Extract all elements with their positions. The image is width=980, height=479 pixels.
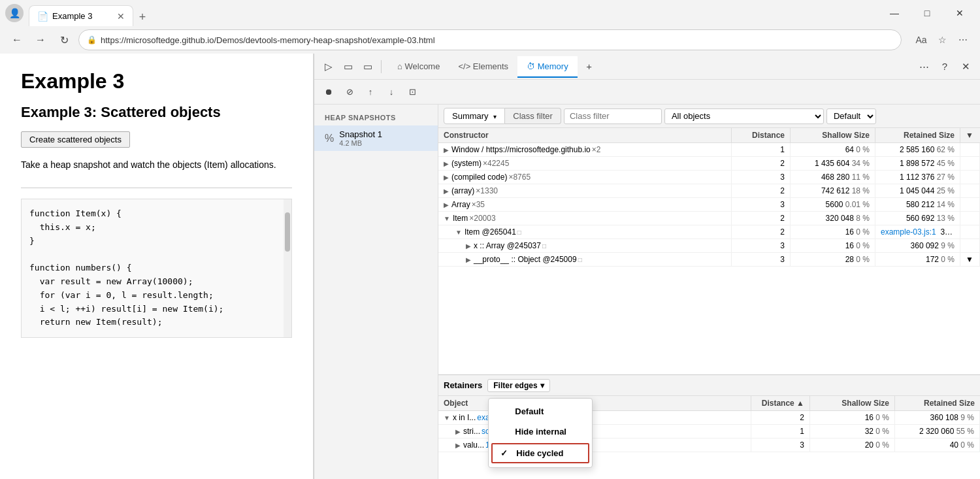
retainer-object-cell: ▶ valu... 1 @265045 — [438, 438, 751, 452]
tab-welcome[interactable]: ⌂ Welcome — [388, 56, 449, 76]
browser-tab[interactable]: 📄 Example 3 ✕ — [29, 5, 133, 26]
expand-icon[interactable]: ▶ — [444, 146, 449, 154]
retainers-section: Retainers Filter edges ▾ Default — [438, 374, 980, 479]
page-subtitle: Example 3: Scattered objects — [21, 104, 292, 121]
welcome-icon: ⌂ — [397, 61, 402, 71]
default-select[interactable]: Default — [826, 108, 876, 124]
dropdown-item-hide-cycled[interactable]: ✓ Hide cycled — [491, 443, 589, 463]
constructor-cell: ▼ Item @265041 □ — [438, 225, 732, 239]
favorites-button[interactable]: ☆ — [933, 31, 951, 49]
dropdown-item-hide-internal[interactable]: Hide internal — [489, 421, 592, 442]
tab-bar: 📄 Example 3 ✕ + — [29, 0, 874, 26]
back-button[interactable]: ← — [8, 31, 26, 49]
expand-icon[interactable]: ▶ — [444, 160, 449, 167]
record-heap-snapshot-button[interactable]: ⏺ — [319, 83, 338, 101]
source-link[interactable]: example-03.js:1 — [881, 227, 936, 237]
summary-arrow-icon: ▾ — [493, 113, 497, 120]
table-header: Constructor Distance Shallow Size Retain… — [438, 128, 980, 143]
devtools-more-button[interactable]: ⋯ — [915, 58, 933, 76]
profile-size: 4.2 MB — [339, 139, 427, 147]
tab-welcome-label: Welcome — [404, 61, 440, 71]
maximize-button[interactable]: □ — [912, 3, 942, 24]
copy-icon[interactable]: □ — [517, 229, 521, 236]
filter-edges-button[interactable]: Filter edges ▾ Default — [487, 379, 549, 392]
table-row: ▼ Item ×20003 2 320 048 8 % 560 692 13 % — [438, 212, 980, 225]
retainer-object-cell: ▼ x in I... example-03.js:1 — [438, 411, 751, 424]
shallow-size-header: Shallow Size — [791, 128, 875, 142]
copy-icon[interactable]: □ — [542, 242, 546, 250]
window-controls: — □ ✕ — [879, 3, 975, 24]
new-tab-button[interactable]: + — [133, 8, 152, 26]
devtools-toolbar: ▷ ▭ ▭ ⌂ Welcome </> Elements ⏱ — [314, 54, 980, 80]
device-toolbar-button[interactable]: ▭ — [339, 58, 357, 76]
distance-header: Distance — [732, 128, 791, 142]
collect-garbage-button[interactable]: ↑ — [361, 83, 380, 101]
profile-item-snapshot1[interactable]: % Snapshot 1 4.2 MB — [314, 125, 438, 151]
expand-icon[interactable]: ▼ — [444, 414, 450, 421]
tab-title: Example 3 — [52, 11, 92, 21]
read-aloud-button[interactable]: Aa — [912, 31, 930, 49]
expand-icon[interactable]: ▶ — [444, 174, 449, 181]
summary-view-tab[interactable]: Summary ▾ — [444, 108, 505, 124]
memory-toolbar: ⏺ ⊘ ↑ ↓ ⊡ — [314, 80, 980, 105]
filter-select[interactable]: All objects Objects allocated before Sna… — [664, 108, 824, 124]
forward-button[interactable]: → — [31, 31, 50, 49]
constructor-cell: ▶ Window / https://microsoftedge.github.… — [438, 143, 732, 156]
window-controls-left: 👤 — [5, 4, 24, 22]
tab-elements-label: Elements — [473, 61, 508, 71]
code-text: function Item(x) { this.x = x; } functio… — [29, 207, 284, 329]
filter-edges-arrow-icon: ▾ — [540, 381, 544, 390]
expand-icon[interactable]: ▶ — [455, 442, 461, 449]
table-body: ▶ Window / https://microsoftedge.github.… — [438, 143, 980, 374]
close-button[interactable]: ✕ — [945, 3, 975, 24]
inspect-element-button[interactable]: ▷ — [319, 58, 338, 76]
constructor-header: Constructor — [438, 128, 732, 142]
load-button[interactable]: ↓ — [382, 83, 400, 101]
profile-info: Snapshot 1 4.2 MB — [339, 129, 427, 147]
url-text: https://microsoftedge.github.io/Demos/de… — [101, 35, 435, 45]
tab-elements[interactable]: </> Elements — [449, 56, 517, 76]
tab-close-btn[interactable]: ✕ — [117, 11, 125, 22]
checkmark-icon: ✓ — [500, 448, 511, 458]
table-row: ▶ Array ×35 3 5600 0.01 % 580 212 14 % — [438, 198, 980, 212]
dropdown-item-default[interactable]: Default — [489, 401, 592, 421]
avatar: 👤 — [5, 4, 24, 22]
retained-size-header: Retained Size — [875, 128, 960, 142]
browser-menu-button[interactable]: ⋯ — [954, 31, 972, 49]
create-scattered-objects-button[interactable]: Create scattered objects — [21, 131, 130, 148]
devtools-help-button[interactable]: ? — [936, 58, 954, 76]
constructor-cell: ▶ (compiled code) ×8765 — [438, 171, 732, 184]
expand-icon[interactable]: ▶ — [455, 428, 461, 435]
refresh-button[interactable]: ↻ — [55, 31, 73, 49]
expand-icon[interactable]: ▶ — [444, 188, 449, 195]
retainer-object-cell: ▶ stri... softedge.github.: — [438, 425, 751, 438]
retainers-header: Retainers Filter edges ▾ Default — [438, 375, 980, 396]
view-tabs: Summary ▾ Class filter — [444, 108, 561, 124]
minimize-button[interactable]: — — [879, 3, 909, 24]
address-bar: ← → ↻ 🔒 https://microsoftedge.github.io/… — [0, 26, 980, 54]
dock-button[interactable]: ▭ — [359, 58, 377, 76]
clear-profiles-button[interactable]: ⊘ — [340, 83, 359, 101]
expand-icon[interactable]: ▶ — [444, 201, 449, 208]
expand-icon[interactable]: ▼ — [455, 229, 462, 236]
copy-icon[interactable]: □ — [578, 256, 582, 263]
url-bar[interactable]: 🔒 https://microsoftedge.github.io/Demos/… — [78, 29, 902, 50]
code-scrollbar[interactable] — [284, 199, 291, 337]
distance-sort-header[interactable]: Distance ▲ — [751, 396, 810, 410]
summary-button[interactable]: ⊡ — [403, 83, 421, 101]
lock-icon: 🔒 — [87, 35, 97, 44]
snapshot-icon: % — [325, 133, 334, 144]
tab-memory[interactable]: ⏱ Memory — [517, 56, 578, 78]
expand-icon[interactable]: ▼ — [444, 215, 450, 222]
class-filter-input[interactable] — [564, 108, 662, 124]
class-filter-view-tab[interactable]: Class filter — [505, 108, 561, 124]
constructor-cell: ▶ x :: Array @245037 □ — [438, 239, 732, 252]
retainer-retained-header: Retained Size — [895, 396, 980, 410]
tab-memory-label: Memory — [538, 61, 568, 71]
expand-icon[interactable]: ▶ — [466, 242, 471, 250]
expand-icon[interactable]: ▶ — [466, 256, 471, 263]
devtools-close-button[interactable]: ✕ — [956, 58, 975, 76]
title-bar: 👤 📄 Example 3 ✕ + — □ ✕ — [0, 0, 980, 26]
address-bar-actions: Aa ☆ ⋯ — [912, 31, 972, 49]
add-tab-button[interactable]: + — [580, 58, 598, 76]
